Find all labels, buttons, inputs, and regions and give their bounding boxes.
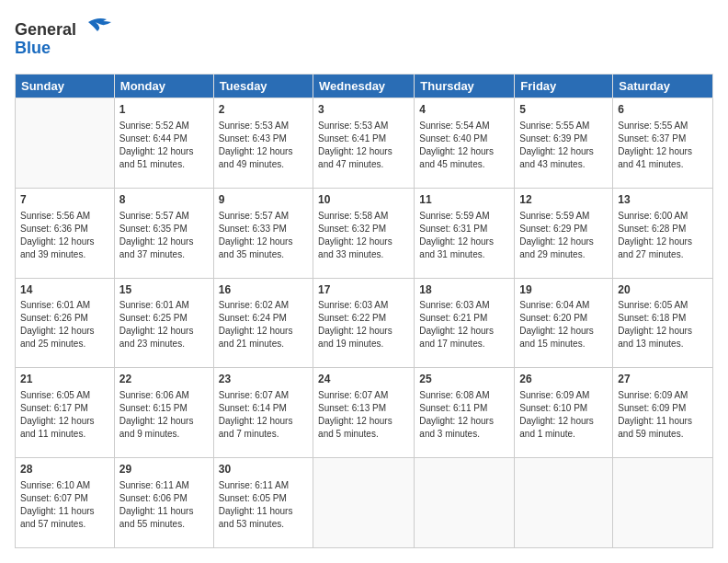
day-info: Sunset: 6:31 PM bbox=[419, 223, 509, 236]
day-number: 20 bbox=[618, 282, 708, 298]
day-info: and 5 minutes. bbox=[318, 428, 409, 441]
day-info: and 59 minutes. bbox=[618, 428, 708, 441]
day-info: Daylight: 12 hours bbox=[419, 325, 509, 338]
day-number: 18 bbox=[419, 282, 509, 298]
day-info: Sunset: 6:25 PM bbox=[119, 312, 209, 325]
day-info: and 45 minutes. bbox=[419, 158, 509, 171]
svg-text:Blue: Blue bbox=[15, 39, 51, 57]
day-info: Daylight: 12 hours bbox=[519, 325, 608, 338]
day-info: Sunset: 6:17 PM bbox=[20, 402, 109, 415]
day-info: and 33 minutes. bbox=[318, 248, 409, 261]
day-number: 28 bbox=[20, 462, 109, 477]
day-info: and 19 minutes. bbox=[318, 338, 409, 350]
day-number: 9 bbox=[219, 192, 308, 208]
calendar-cell: 16Sunrise: 6:02 AMSunset: 6:24 PMDayligh… bbox=[213, 278, 313, 368]
day-info: Sunrise: 6:03 AM bbox=[419, 299, 509, 312]
day-info: Sunrise: 5:54 AM bbox=[419, 120, 509, 132]
calendar-cell: 11Sunrise: 5:59 AMSunset: 6:31 PMDayligh… bbox=[415, 188, 515, 278]
day-info: and 43 minutes. bbox=[519, 158, 608, 171]
calendar-cell: 14Sunrise: 6:01 AMSunset: 6:26 PMDayligh… bbox=[16, 278, 115, 368]
calendar-cell: 2Sunrise: 5:53 AMSunset: 6:43 PMDaylight… bbox=[213, 98, 313, 189]
col-header-friday: Friday bbox=[515, 75, 613, 98]
calendar-cell: 6Sunrise: 5:55 AMSunset: 6:37 PMDaylight… bbox=[613, 98, 713, 189]
day-number: 17 bbox=[318, 282, 409, 298]
calendar-cell: 13Sunrise: 6:00 AMSunset: 6:28 PMDayligh… bbox=[613, 188, 713, 278]
day-info: Sunset: 6:39 PM bbox=[519, 132, 608, 145]
day-number: 1 bbox=[119, 102, 209, 118]
day-info: and 49 minutes. bbox=[219, 158, 308, 171]
day-info: Sunrise: 6:07 AM bbox=[219, 389, 308, 402]
col-header-tuesday: Tuesday bbox=[213, 75, 313, 98]
day-number: 29 bbox=[119, 462, 209, 477]
day-number: 15 bbox=[119, 282, 209, 298]
day-info: Sunrise: 6:00 AM bbox=[618, 210, 708, 223]
day-info: Daylight: 12 hours bbox=[318, 325, 409, 338]
day-info: and 7 minutes. bbox=[219, 428, 308, 441]
day-info: Sunset: 6:13 PM bbox=[318, 402, 409, 415]
calendar-cell: 28Sunrise: 6:10 AMSunset: 6:07 PMDayligh… bbox=[16, 458, 115, 548]
day-number: 6 bbox=[618, 102, 708, 118]
day-info: Daylight: 12 hours bbox=[419, 236, 509, 248]
day-info: Sunset: 6:26 PM bbox=[20, 312, 109, 325]
calendar-cell: 5Sunrise: 5:55 AMSunset: 6:39 PMDaylight… bbox=[515, 98, 613, 189]
day-info: and 11 minutes. bbox=[20, 428, 109, 441]
day-info: Sunrise: 5:52 AM bbox=[119, 120, 209, 132]
calendar-cell: 22Sunrise: 6:06 AMSunset: 6:15 PMDayligh… bbox=[114, 368, 213, 458]
day-number: 22 bbox=[119, 372, 209, 387]
day-info: Daylight: 12 hours bbox=[20, 236, 109, 248]
day-info: Daylight: 12 hours bbox=[419, 415, 509, 428]
day-info: Sunrise: 6:01 AM bbox=[119, 299, 209, 312]
day-info: Sunset: 6:33 PM bbox=[219, 223, 308, 236]
calendar-cell: 20Sunrise: 6:05 AMSunset: 6:18 PMDayligh… bbox=[613, 278, 713, 368]
day-info: Daylight: 11 hours bbox=[219, 505, 308, 518]
day-info: and 51 minutes. bbox=[119, 158, 209, 171]
calendar-cell: 25Sunrise: 6:08 AMSunset: 6:11 PMDayligh… bbox=[415, 368, 515, 458]
day-info: Sunrise: 6:06 AM bbox=[119, 389, 209, 402]
day-info: Sunrise: 6:09 AM bbox=[519, 389, 608, 402]
day-info: Sunset: 6:36 PM bbox=[20, 223, 109, 236]
day-number: 27 bbox=[618, 372, 708, 387]
day-info: Sunrise: 6:08 AM bbox=[419, 389, 509, 402]
day-number: 5 bbox=[519, 102, 608, 118]
day-info: Sunset: 6:10 PM bbox=[519, 402, 608, 415]
calendar-cell: 29Sunrise: 6:11 AMSunset: 6:06 PMDayligh… bbox=[114, 458, 213, 548]
day-info: Daylight: 12 hours bbox=[219, 325, 308, 338]
day-info: Sunset: 6:14 PM bbox=[219, 402, 308, 415]
day-info: Sunset: 6:20 PM bbox=[519, 312, 608, 325]
day-number: 30 bbox=[219, 462, 308, 477]
calendar-cell bbox=[415, 458, 515, 548]
day-info: and 55 minutes. bbox=[119, 518, 209, 531]
day-info: and 3 minutes. bbox=[419, 428, 509, 441]
day-info: Daylight: 12 hours bbox=[318, 145, 409, 158]
calendar-cell: 21Sunrise: 6:05 AMSunset: 6:17 PMDayligh… bbox=[16, 368, 115, 458]
day-info: Sunrise: 5:53 AM bbox=[318, 120, 409, 132]
day-info: Daylight: 12 hours bbox=[119, 236, 209, 248]
day-info: Sunrise: 6:05 AM bbox=[618, 299, 708, 312]
day-info: Sunrise: 6:11 AM bbox=[219, 479, 308, 492]
day-number: 16 bbox=[219, 282, 308, 298]
day-info: Sunset: 6:24 PM bbox=[219, 312, 308, 325]
day-info: and 17 minutes. bbox=[419, 338, 509, 350]
svg-text:General: General bbox=[15, 20, 76, 39]
day-number: 13 bbox=[618, 192, 708, 208]
col-header-saturday: Saturday bbox=[613, 75, 713, 98]
day-number: 11 bbox=[419, 192, 509, 208]
day-info: and 47 minutes. bbox=[318, 158, 409, 171]
day-info: Sunrise: 6:05 AM bbox=[20, 389, 109, 402]
calendar-cell: 19Sunrise: 6:04 AMSunset: 6:20 PMDayligh… bbox=[515, 278, 613, 368]
day-info: Sunrise: 6:09 AM bbox=[618, 389, 708, 402]
day-info: and 25 minutes. bbox=[20, 338, 109, 350]
day-number: 12 bbox=[519, 192, 608, 208]
day-info: and 41 minutes. bbox=[618, 158, 708, 171]
day-info: and 9 minutes. bbox=[119, 428, 209, 441]
day-info: Daylight: 12 hours bbox=[20, 415, 109, 428]
day-info: Daylight: 12 hours bbox=[519, 236, 608, 248]
day-number: 3 bbox=[318, 102, 409, 118]
day-info: Sunset: 6:11 PM bbox=[419, 402, 509, 415]
day-info: Sunrise: 6:07 AM bbox=[318, 389, 409, 402]
day-info: Daylight: 12 hours bbox=[119, 325, 209, 338]
day-info: Sunrise: 5:59 AM bbox=[419, 210, 509, 223]
day-info: and 1 minute. bbox=[519, 428, 608, 441]
day-info: Daylight: 12 hours bbox=[519, 145, 608, 158]
day-number: 23 bbox=[219, 372, 308, 387]
